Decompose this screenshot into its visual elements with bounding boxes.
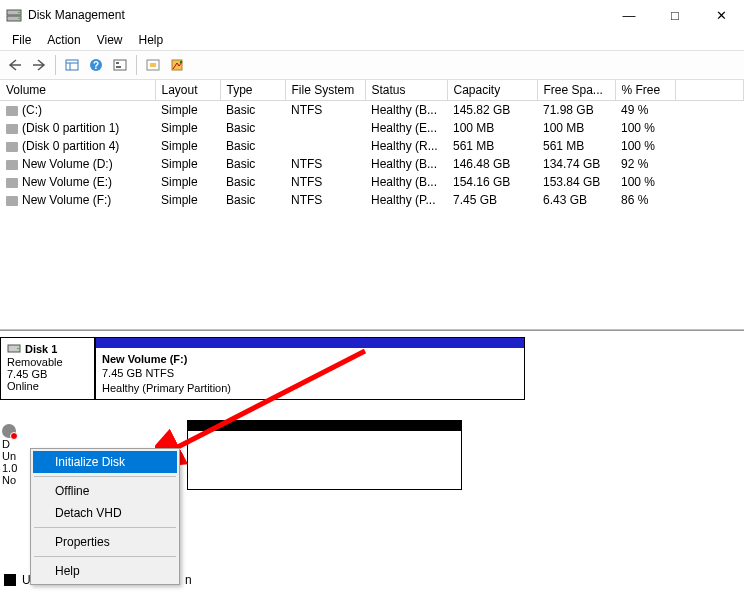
disk-2-init: No [2, 474, 23, 486]
svg-rect-11 [116, 66, 121, 68]
disk-error-icon [2, 424, 16, 438]
legend-suffix-text: n [185, 573, 192, 587]
app-icon [6, 7, 22, 23]
menu-file[interactable]: File [4, 31, 39, 49]
back-button[interactable] [4, 54, 26, 76]
disk-1-title: Disk 1 [25, 343, 57, 355]
svg-text:?: ? [93, 60, 99, 71]
col-type[interactable]: Type [220, 80, 285, 101]
ctx-offline[interactable]: Offline [33, 480, 177, 502]
col-filesystem[interactable]: File System [285, 80, 365, 101]
svg-rect-4 [66, 60, 78, 70]
svg-rect-9 [114, 60, 126, 70]
volume-list-panel: Volume Layout Type File System Status Ca… [0, 80, 744, 330]
window-title: Disk Management [28, 8, 606, 22]
disk-2-size: 1.0 [2, 462, 23, 474]
col-freespace[interactable]: Free Spa... [537, 80, 615, 101]
legend-suffix: n [185, 573, 192, 587]
ctx-help[interactable]: Help [33, 560, 177, 582]
legend: U [4, 573, 31, 587]
table-row[interactable]: New Volume (E:)SimpleBasicNTFSHealthy (B… [0, 173, 744, 191]
volume-icon [6, 124, 18, 134]
properties-button[interactable] [166, 54, 188, 76]
disk-1-status: Online [7, 380, 88, 392]
volume-icon [6, 106, 18, 116]
table-row[interactable]: (Disk 0 partition 1)SimpleBasicHealthy (… [0, 119, 744, 137]
volume-icon [6, 178, 18, 188]
table-row[interactable]: (C:)SimpleBasicNTFSHealthy (B...145.82 G… [0, 101, 744, 120]
col-volume[interactable]: Volume [0, 80, 155, 101]
col-status[interactable]: Status [365, 80, 447, 101]
table-row[interactable]: (Disk 0 partition 4)SimpleBasicHealthy (… [0, 137, 744, 155]
disk-2-titleinit: D [2, 438, 10, 450]
window-controls: — □ ✕ [606, 0, 744, 30]
menu-bar: File Action View Help [0, 30, 744, 50]
disk-icon [7, 342, 21, 356]
disk-1-row[interactable]: Disk 1 Removable 7.45 GB Online New Volu… [0, 337, 744, 400]
disk-1-type: Removable [7, 356, 88, 368]
toolbar: ? [0, 50, 744, 80]
forward-button[interactable] [28, 54, 50, 76]
svg-point-15 [17, 348, 19, 350]
close-button[interactable]: ✕ [698, 0, 744, 30]
svg-point-2 [18, 12, 20, 14]
ctx-initialize-disk[interactable]: Initialize Disk [33, 451, 177, 473]
volume-icon [6, 196, 18, 206]
settings-button[interactable] [109, 54, 131, 76]
ctx-detach-vhd[interactable]: Detach VHD [33, 502, 177, 524]
ctx-properties[interactable]: Properties [33, 531, 177, 553]
col-extra[interactable] [675, 80, 744, 101]
svg-rect-10 [116, 62, 119, 64]
view-button[interactable] [61, 54, 83, 76]
menu-action[interactable]: Action [39, 31, 88, 49]
disk-1-vol-size: 7.45 GB NTFS [102, 366, 518, 380]
disk-1-label: Disk 1 Removable 7.45 GB Online [0, 337, 95, 400]
menu-help[interactable]: Help [131, 31, 172, 49]
disk-2-un: Un [2, 450, 23, 462]
col-layout[interactable]: Layout [155, 80, 220, 101]
disk-1-partition[interactable]: New Volume (F:) 7.45 GB NTFS Healthy (Pr… [95, 337, 525, 400]
disk-1-size: 7.45 GB [7, 368, 88, 380]
menu-view[interactable]: View [89, 31, 131, 49]
volume-icon [6, 142, 18, 152]
volume-table: Volume Layout Type File System Status Ca… [0, 80, 744, 209]
disk-1-vol-status: Healthy (Primary Partition) [102, 381, 518, 395]
col-pctfree[interactable]: % Free [615, 80, 675, 101]
legend-swatch [4, 574, 16, 586]
minimize-button[interactable]: — [606, 0, 652, 30]
context-menu: Initialize Disk Offline Detach VHD Prope… [30, 448, 180, 585]
refresh-button[interactable] [142, 54, 164, 76]
disk-1-vol-name: New Volume (F:) [102, 352, 518, 366]
table-row[interactable]: New Volume (F:)SimpleBasicNTFSHealthy (P… [0, 191, 744, 209]
maximize-button[interactable]: □ [652, 0, 698, 30]
col-capacity[interactable]: Capacity [447, 80, 537, 101]
disk-2-label-partial: D Un 1.0 No [0, 420, 25, 490]
help-button[interactable]: ? [85, 54, 107, 76]
title-bar: Disk Management — □ ✕ [0, 0, 744, 30]
disk-2-partition[interactable] [187, 420, 462, 490]
volume-icon [6, 160, 18, 170]
svg-point-3 [18, 18, 20, 20]
table-row[interactable]: New Volume (D:)SimpleBasicNTFSHealthy (B… [0, 155, 744, 173]
